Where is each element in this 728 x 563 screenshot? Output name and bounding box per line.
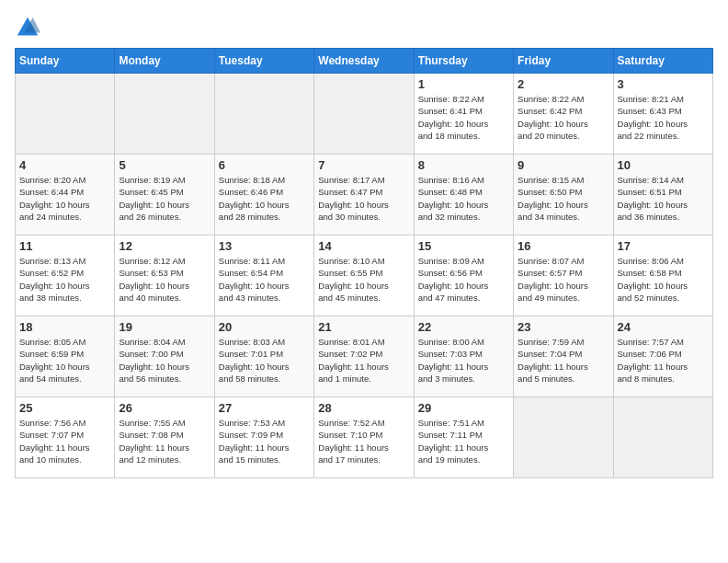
day-info: Sunrise: 8:12 AM Sunset: 6:53 PM Dayligh…	[119, 255, 210, 304]
day-info: Sunrise: 8:21 AM Sunset: 6:43 PM Dayligh…	[618, 93, 709, 142]
header-cell-friday: Friday	[514, 49, 613, 74]
day-number: 20	[219, 320, 310, 334]
day-info: Sunrise: 8:14 AM Sunset: 6:51 PM Dayligh…	[618, 174, 709, 223]
day-cell: 27Sunrise: 7:53 AM Sunset: 7:09 PM Dayli…	[214, 397, 313, 478]
day-info: Sunrise: 8:22 AM Sunset: 6:42 PM Dayligh…	[518, 93, 609, 142]
day-cell: 1Sunrise: 8:22 AM Sunset: 6:41 PM Daylig…	[414, 74, 513, 155]
header-cell-tuesday: Tuesday	[214, 49, 313, 74]
day-cell: 9Sunrise: 8:15 AM Sunset: 6:50 PM Daylig…	[514, 155, 613, 236]
day-cell	[115, 74, 214, 155]
day-cell: 23Sunrise: 7:59 AM Sunset: 7:04 PM Dayli…	[514, 316, 613, 397]
day-cell: 14Sunrise: 8:10 AM Sunset: 6:55 PM Dayli…	[314, 236, 414, 316]
day-info: Sunrise: 8:15 AM Sunset: 6:50 PM Dayligh…	[518, 174, 609, 223]
day-number: 15	[418, 239, 509, 253]
day-number: 13	[219, 239, 310, 253]
day-number: 2	[518, 77, 609, 91]
week-row-3: 11Sunrise: 8:13 AM Sunset: 6:52 PM Dayli…	[16, 236, 713, 316]
day-cell	[613, 397, 712, 478]
day-cell	[514, 397, 613, 478]
day-cell: 13Sunrise: 8:11 AM Sunset: 6:54 PM Dayli…	[214, 236, 313, 316]
day-info: Sunrise: 8:18 AM Sunset: 6:46 PM Dayligh…	[219, 174, 310, 223]
day-info: Sunrise: 7:51 AM Sunset: 7:11 PM Dayligh…	[418, 417, 509, 465]
day-cell: 10Sunrise: 8:14 AM Sunset: 6:51 PM Dayli…	[613, 155, 712, 236]
day-info: Sunrise: 8:05 AM Sunset: 6:59 PM Dayligh…	[19, 336, 110, 385]
day-number: 22	[418, 320, 509, 334]
calendar-body: 1Sunrise: 8:22 AM Sunset: 6:41 PM Daylig…	[16, 74, 713, 478]
logo	[15, 15, 44, 40]
day-cell: 26Sunrise: 7:55 AM Sunset: 7:08 PM Dayli…	[115, 397, 214, 478]
day-info: Sunrise: 7:56 AM Sunset: 7:07 PM Dayligh…	[19, 417, 110, 465]
logo-icon	[15, 15, 40, 40]
calendar-table: SundayMondayTuesdayWednesdayThursdayFrid…	[15, 48, 713, 478]
header-cell-monday: Monday	[115, 49, 214, 74]
day-cell: 28Sunrise: 7:52 AM Sunset: 7:10 PM Dayli…	[314, 397, 414, 478]
day-info: Sunrise: 8:04 AM Sunset: 7:00 PM Dayligh…	[119, 336, 210, 385]
header-cell-thursday: Thursday	[414, 49, 513, 74]
day-info: Sunrise: 7:55 AM Sunset: 7:08 PM Dayligh…	[119, 417, 210, 465]
day-number: 24	[618, 320, 709, 334]
header-cell-wednesday: Wednesday	[314, 49, 414, 74]
day-info: Sunrise: 8:19 AM Sunset: 6:45 PM Dayligh…	[119, 174, 210, 223]
day-info: Sunrise: 8:09 AM Sunset: 6:56 PM Dayligh…	[418, 255, 509, 304]
day-number: 3	[618, 77, 709, 91]
header	[15, 15, 713, 40]
day-number: 28	[318, 401, 409, 415]
day-cell: 22Sunrise: 8:00 AM Sunset: 7:03 PM Dayli…	[414, 316, 513, 397]
day-cell	[214, 74, 313, 155]
day-number: 6	[219, 158, 310, 172]
day-number: 10	[618, 158, 709, 172]
day-number: 19	[119, 320, 210, 334]
day-info: Sunrise: 8:06 AM Sunset: 6:58 PM Dayligh…	[618, 255, 709, 304]
day-number: 7	[318, 158, 409, 172]
week-row-2: 4Sunrise: 8:20 AM Sunset: 6:44 PM Daylig…	[16, 155, 713, 236]
day-cell: 24Sunrise: 7:57 AM Sunset: 7:06 PM Dayli…	[613, 316, 712, 397]
day-cell: 17Sunrise: 8:06 AM Sunset: 6:58 PM Dayli…	[613, 236, 712, 316]
day-number: 26	[119, 401, 210, 415]
calendar-header-row: SundayMondayTuesdayWednesdayThursdayFrid…	[16, 49, 713, 74]
day-number: 16	[518, 239, 609, 253]
day-cell: 15Sunrise: 8:09 AM Sunset: 6:56 PM Dayli…	[414, 236, 513, 316]
day-info: Sunrise: 8:11 AM Sunset: 6:54 PM Dayligh…	[219, 255, 310, 304]
day-cell: 29Sunrise: 7:51 AM Sunset: 7:11 PM Dayli…	[414, 397, 513, 478]
day-cell: 20Sunrise: 8:03 AM Sunset: 7:01 PM Dayli…	[214, 316, 313, 397]
day-cell: 8Sunrise: 8:16 AM Sunset: 6:48 PM Daylig…	[414, 155, 513, 236]
day-number: 4	[19, 158, 110, 172]
header-cell-saturday: Saturday	[613, 49, 712, 74]
week-row-4: 18Sunrise: 8:05 AM Sunset: 6:59 PM Dayli…	[16, 316, 713, 397]
day-info: Sunrise: 7:52 AM Sunset: 7:10 PM Dayligh…	[318, 417, 409, 465]
week-row-1: 1Sunrise: 8:22 AM Sunset: 6:41 PM Daylig…	[16, 74, 713, 155]
day-cell	[314, 74, 414, 155]
header-cell-sunday: Sunday	[16, 49, 115, 74]
day-number: 12	[119, 239, 210, 253]
day-cell: 3Sunrise: 8:21 AM Sunset: 6:43 PM Daylig…	[613, 74, 712, 155]
day-number: 9	[518, 158, 609, 172]
day-number: 14	[318, 239, 409, 253]
day-info: Sunrise: 7:59 AM Sunset: 7:04 PM Dayligh…	[518, 336, 609, 385]
week-row-5: 25Sunrise: 7:56 AM Sunset: 7:07 PM Dayli…	[16, 397, 713, 478]
day-number: 5	[119, 158, 210, 172]
day-number: 29	[418, 401, 509, 415]
day-cell: 21Sunrise: 8:01 AM Sunset: 7:02 PM Dayli…	[314, 316, 414, 397]
day-number: 11	[19, 239, 110, 253]
day-info: Sunrise: 7:53 AM Sunset: 7:09 PM Dayligh…	[219, 417, 310, 465]
day-cell: 19Sunrise: 8:04 AM Sunset: 7:00 PM Dayli…	[115, 316, 214, 397]
day-info: Sunrise: 8:10 AM Sunset: 6:55 PM Dayligh…	[318, 255, 409, 304]
day-info: Sunrise: 8:00 AM Sunset: 7:03 PM Dayligh…	[418, 336, 509, 385]
day-info: Sunrise: 8:01 AM Sunset: 7:02 PM Dayligh…	[318, 336, 409, 385]
day-number: 21	[318, 320, 409, 334]
day-number: 17	[618, 239, 709, 253]
day-number: 8	[418, 158, 509, 172]
day-number: 23	[518, 320, 609, 334]
day-info: Sunrise: 8:07 AM Sunset: 6:57 PM Dayligh…	[518, 255, 609, 304]
day-cell: 12Sunrise: 8:12 AM Sunset: 6:53 PM Dayli…	[115, 236, 214, 316]
day-info: Sunrise: 8:13 AM Sunset: 6:52 PM Dayligh…	[19, 255, 110, 304]
day-info: Sunrise: 8:16 AM Sunset: 6:48 PM Dayligh…	[418, 174, 509, 223]
day-number: 27	[219, 401, 310, 415]
day-number: 1	[418, 77, 509, 91]
day-cell: 4Sunrise: 8:20 AM Sunset: 6:44 PM Daylig…	[16, 155, 115, 236]
day-number: 25	[19, 401, 110, 415]
day-cell: 7Sunrise: 8:17 AM Sunset: 6:47 PM Daylig…	[314, 155, 414, 236]
day-info: Sunrise: 7:57 AM Sunset: 7:06 PM Dayligh…	[618, 336, 709, 385]
day-cell: 2Sunrise: 8:22 AM Sunset: 6:42 PM Daylig…	[514, 74, 613, 155]
day-cell: 5Sunrise: 8:19 AM Sunset: 6:45 PM Daylig…	[115, 155, 214, 236]
